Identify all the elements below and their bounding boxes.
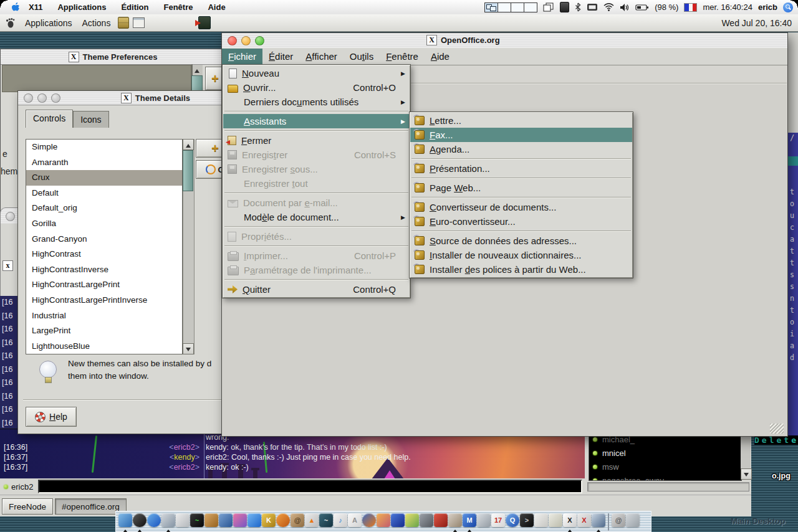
theme-list-item[interactable]: HighContrastInverse — [26, 262, 182, 278]
theme-list-selected-row-fragment[interactable] — [2, 65, 191, 92]
theme-preferences-titlebar[interactable]: X Theme Preferences — [1, 49, 225, 65]
theme-list-item[interactable]: Industrial — [26, 308, 182, 324]
volume-icon[interactable] — [620, 3, 630, 12]
wifi-icon[interactable] — [603, 3, 614, 11]
gnome-menu-applications[interactable]: Applications — [25, 18, 72, 28]
mac-menu-item[interactable]: Aide — [208, 2, 225, 12]
menu-item[interactable]: ▶ — [224, 279, 408, 280]
menu-item[interactable]: Présentation... ▶ — [410, 161, 632, 176]
file-manager-launcher-icon[interactable] — [118, 17, 129, 29]
windows-menu-icon[interactable] — [543, 2, 554, 12]
scroll-up-icon[interactable] — [183, 139, 194, 150]
theme-list-item[interactable]: Simple — [26, 140, 182, 155]
scroll-down-icon[interactable] — [741, 468, 752, 480]
dock-quicktime[interactable]: Q — [506, 513, 519, 527]
tab[interactable]: Controls — [26, 110, 73, 128]
theme-list-item[interactable]: LighthouseBlue — [26, 339, 182, 354]
menu-item[interactable]: Assistants ▶ — [223, 114, 410, 128]
menu-item[interactable]: Document par e-mail... ▶ — [223, 196, 410, 210]
dock-terminal[interactable]: > — [520, 513, 534, 527]
dock-colorsync[interactable] — [233, 513, 247, 527]
dock-ichat[interactable] — [248, 513, 261, 527]
mac-menu-item[interactable]: Fenêtre — [163, 2, 193, 12]
minimize-button-icon[interactable] — [241, 36, 251, 45]
dock-address-book[interactable]: @ — [291, 513, 304, 527]
theme-list[interactable]: SimpleAmaranthCruxDefaultDefault_origGor… — [26, 139, 183, 354]
theme-list-item[interactable]: Amaranth — [26, 155, 182, 171]
xchat-titlebar-fragment[interactable] — [0, 207, 18, 224]
theme-list-scrollbar[interactable] — [183, 139, 195, 354]
theme-list-item[interactable]: Default — [26, 186, 182, 201]
desktop-file-icon-label[interactable]: o.jpg — [772, 472, 791, 480]
bluetooth-icon[interactable] — [575, 2, 581, 12]
workspace-1[interactable] — [485, 3, 498, 12]
gnome-panel-clock[interactable]: Wed Jul 20, 16:40 — [721, 18, 798, 28]
menu-item[interactable]: Enregistrer Control+S ▶ — [223, 148, 410, 162]
menu-item[interactable]: ▶ — [224, 226, 408, 227]
menu-item[interactable]: Page Web... ▶ — [410, 181, 632, 195]
dock-activity-monitor[interactable]: ~ — [190, 513, 204, 527]
dock-firefox[interactable] — [362, 513, 376, 527]
menu-item[interactable]: ▶ — [224, 192, 408, 194]
menu-item[interactable]: ▶ — [411, 197, 631, 198]
chat-input[interactable] — [38, 480, 582, 493]
menu-item[interactable]: ▶ — [411, 230, 631, 232]
dock-blender[interactable] — [276, 513, 290, 527]
menu-item[interactable]: ▶ — [411, 158, 631, 159]
gnome-foot-icon[interactable] — [5, 17, 15, 28]
close-button-icon[interactable] — [228, 36, 237, 45]
dock-imovie[interactable] — [391, 513, 405, 527]
menu-item[interactable]: Ouvrir... Control+O ▶ — [223, 80, 410, 95]
menu-item[interactable]: ▶ — [224, 245, 408, 247]
menu-item[interactable]: Propriétés... ▶ — [223, 229, 410, 244]
dock-scanner[interactable] — [477, 513, 491, 527]
theme-list-item[interactable]: LargePrint — [26, 323, 182, 339]
dock-installer[interactable] — [204, 513, 218, 527]
gnome-menu-actions[interactable]: Actions — [82, 18, 111, 28]
dock-itunes[interactable]: ♪ — [334, 513, 347, 527]
theme-details-titlebar[interactable]: X Theme Details — [18, 91, 228, 105]
workspace-2[interactable] — [498, 3, 511, 12]
dock-separator[interactable] — [608, 513, 609, 531]
menu-item[interactable]: Source de données des adresses... ▶ — [410, 234, 632, 248]
openoffice-titlebar[interactable] — [222, 33, 787, 49]
user-list-scrollbar[interactable] — [741, 432, 751, 480]
dock-ical[interactable]: 17 — [491, 513, 505, 527]
mac-menu-item[interactable]: X11 — [29, 2, 42, 12]
xchat-tab[interactable]: FreeNode — [2, 498, 53, 515]
theme-list-item[interactable]: HighContrastLargePrint — [26, 277, 182, 293]
minimize-button-icon[interactable] — [37, 93, 47, 103]
user-list[interactable]: michael_ mnicel msw nagashree_away — [589, 432, 742, 481]
menu-item[interactable]: Enregistrer tout ▶ — [223, 176, 410, 191]
menu[interactable]: Fenêtre — [380, 49, 425, 64]
own-nick-label[interactable]: ericb2 — [11, 482, 33, 492]
menu-item[interactable]: Imprimer... Control+P ▶ — [223, 249, 410, 263]
workspace-4[interactable] — [524, 3, 537, 12]
display-menu-icon[interactable] — [587, 3, 598, 12]
menu-item[interactable]: Quitter Control+Q ▶ — [223, 282, 410, 297]
dock-safari[interactable] — [147, 513, 161, 527]
menu-item[interactable]: Agenda... ▶ — [410, 142, 632, 156]
battery-icon[interactable] — [635, 4, 649, 11]
logout-icon[interactable] — [198, 16, 211, 29]
dock-photo-booth[interactable] — [592, 513, 605, 527]
resize-grip[interactable] — [770, 424, 784, 434]
dock-trash[interactable] — [626, 513, 640, 527]
dock-neooffice[interactable]: M — [463, 513, 476, 527]
menu-item[interactable]: ▶ — [224, 130, 408, 131]
menu-item[interactable]: Modèle de document... ▶ — [223, 210, 410, 224]
zoom-button-icon[interactable] — [51, 93, 60, 103]
dock-gimp[interactable] — [448, 513, 462, 527]
dock-iphoto[interactable] — [377, 513, 390, 527]
menu-item[interactable]: Convertisseur de documents... ▶ — [410, 200, 632, 214]
menu-item[interactable]: Fax... ▶ — [410, 128, 632, 142]
tab[interactable]: Icons — [73, 111, 108, 128]
window-launcher-icon[interactable] — [133, 17, 145, 28]
theme-list-item[interactable]: Grand-Canyon — [26, 232, 182, 247]
menu-item[interactable]: Fermer ▶ — [223, 133, 410, 148]
menu-item[interactable]: Paramétrage de l'imprimante... ▶ — [223, 263, 410, 277]
menu-item[interactable]: ▶ — [411, 178, 631, 179]
dock-grab[interactable] — [219, 513, 233, 527]
dock-vlc[interactable]: ▲ — [305, 513, 319, 527]
dock-mail[interactable]: @ — [612, 513, 625, 527]
